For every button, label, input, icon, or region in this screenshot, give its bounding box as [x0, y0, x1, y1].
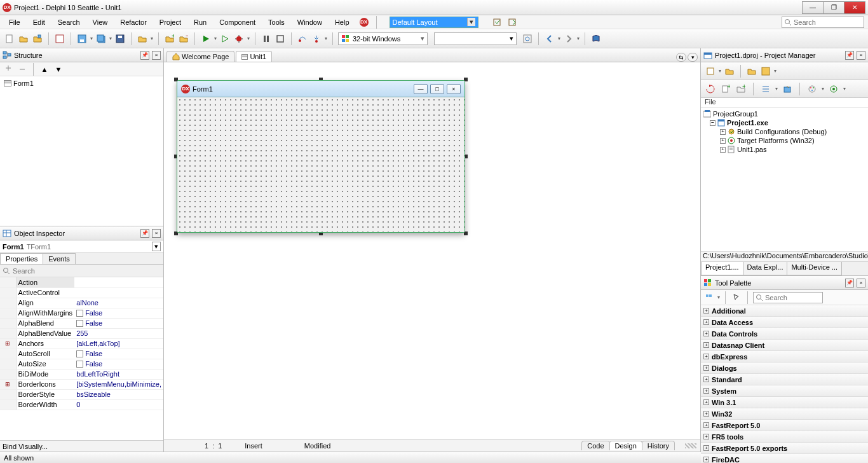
palette-category[interactable]: +Win 3.1 [701, 397, 868, 408]
tab-switch-icon[interactable]: ⇆ [676, 53, 686, 62]
close-button[interactable]: ✕ [844, 1, 865, 14]
target-combo[interactable]: ▾ [434, 32, 517, 45]
expand-icon[interactable]: + [720, 138, 726, 144]
menu-tools[interactable]: Tools [263, 17, 290, 27]
form-minimize-button[interactable]: — [414, 84, 428, 94]
palette-category[interactable]: +Datasnap Client [701, 340, 868, 351]
pm-addfolder-icon[interactable]: + [735, 83, 747, 95]
pt-projectgroup[interactable]: ProjectGroup1 [703, 109, 865, 118]
menu-project[interactable]: Project [154, 17, 186, 27]
expand-icon[interactable]: + [720, 129, 726, 135]
step-dropdown-icon[interactable]: ▾ [325, 36, 327, 41]
open-dropdown-icon[interactable]: ▾ [151, 36, 153, 41]
pm-open2-icon[interactable] [746, 66, 757, 77]
nav-back-dropdown[interactable]: ▾ [558, 36, 560, 41]
pt-unit1[interactable]: + Unit1.pas [703, 145, 865, 154]
palette-category[interactable]: +dbExpress [701, 351, 868, 363]
menu-file[interactable]: File [4, 17, 25, 27]
save-layout-icon[interactable] [491, 17, 503, 28]
open-project-icon[interactable] [32, 33, 43, 45]
pin-icon[interactable]: 📌 [845, 279, 854, 287]
prop-row[interactable]: ⊞Anchors[akLeft,akTop] [0, 338, 163, 349]
pm-viewlist-icon[interactable] [760, 83, 771, 95]
prop-row[interactable]: ⊞BorderIcons[biSystemMenu,biMinimize, [0, 379, 163, 389]
save-all-icon[interactable] [95, 33, 107, 45]
add-file-icon[interactable]: + [164, 33, 175, 45]
pm-new-icon[interactable] [705, 66, 716, 77]
tab-unit1[interactable]: Unit1 [236, 51, 272, 62]
pal-category-icon[interactable] [703, 292, 715, 303]
pin-icon[interactable]: 📌 [845, 51, 854, 60]
remove-file-icon[interactable]: − [178, 33, 189, 45]
menu-window[interactable]: Window [292, 17, 327, 27]
struct-down-icon[interactable]: ▼ [53, 64, 64, 75]
ctab-code[interactable]: Code [581, 441, 609, 450]
palette-category[interactable]: +FastReport 5.0 [701, 420, 868, 431]
collapse-icon[interactable]: − [710, 120, 715, 126]
structure-node-form1[interactable]: Form1 [3, 79, 161, 88]
tab-properties[interactable]: Properties [0, 253, 43, 264]
palette-category[interactable]: +Standard [701, 374, 868, 385]
close-panel-icon[interactable]: × [152, 229, 161, 238]
palette-search-input[interactable] [753, 292, 823, 303]
prop-row[interactable]: AlignWithMarginsFalse [0, 308, 163, 318]
struct-collapse-icon[interactable] [17, 64, 28, 75]
prop-row[interactable]: AutoSizeFalse [0, 359, 163, 369]
run-no-debug-icon[interactable] [219, 33, 231, 45]
layout-combo[interactable]: Default Layout ▾ [390, 17, 478, 28]
project-tree[interactable]: ProjectGroup1 − Project1.exe + Build Con… [701, 108, 868, 251]
palette-category[interactable]: +Win32 [701, 408, 868, 420]
btab-project[interactable]: Project1.... [701, 262, 743, 275]
palette-category[interactable]: +Additional [701, 305, 868, 317]
form-close-button[interactable]: × [447, 84, 461, 94]
debug-dropdown-icon[interactable]: ▾ [247, 36, 250, 41]
pm-build-icon[interactable] [782, 83, 793, 95]
design-surface[interactable]: DX Form1 — □ × [164, 62, 700, 439]
palette-category[interactable]: +Data Access [701, 317, 868, 328]
menu-edit[interactable]: Edit [28, 17, 50, 27]
pal-cursor-icon[interactable] [731, 292, 742, 303]
nav-back-icon[interactable] [544, 33, 555, 45]
menu-help[interactable]: Help [330, 17, 355, 27]
maximize-button[interactable]: ❐ [823, 1, 844, 14]
open-folder-icon[interactable] [137, 33, 148, 45]
form-maximize-button[interactable]: □ [430, 84, 444, 94]
prop-row[interactable]: AutoScrollFalse [0, 349, 163, 359]
tab-welcome-page[interactable]: Welcome Page [166, 51, 234, 62]
menu-search[interactable]: Search [53, 17, 85, 27]
tab-events[interactable]: Events [43, 253, 76, 264]
pm-sync-icon[interactable] [705, 83, 716, 95]
form-designer[interactable]: DX Form1 — □ × [174, 78, 468, 235]
reload-icon[interactable] [522, 33, 533, 45]
close-panel-icon[interactable]: × [857, 51, 865, 60]
chevron-down-icon[interactable]: ▾ [152, 242, 161, 251]
btab-multidevice[interactable]: Multi-Device ... [787, 262, 842, 275]
inspector-selector[interactable]: Form1 TForm1 ▾ [0, 240, 163, 253]
ctab-design[interactable]: Design [609, 441, 642, 450]
pause-icon[interactable] [261, 33, 272, 45]
struct-up-icon[interactable]: ▲ [39, 64, 50, 75]
bind-visually-link[interactable]: Bind Visually... [0, 440, 163, 452]
pin-icon[interactable]: 📌 [140, 51, 149, 60]
close-panel-icon[interactable]: × [152, 51, 161, 60]
save-icon[interactable] [76, 33, 88, 45]
prop-row[interactable]: AlphaBlendValue255 [0, 328, 163, 338]
global-search-input[interactable] [782, 17, 864, 28]
minimize-button[interactable]: — [802, 1, 824, 14]
prop-row[interactable]: Action [0, 277, 163, 287]
palette-category[interactable]: +FireDAC [701, 454, 868, 463]
save-dropdown-icon[interactable]: ▾ [90, 36, 93, 41]
nav-fwd-icon[interactable] [563, 33, 574, 45]
save-all-dropdown-icon[interactable]: ▾ [109, 36, 112, 41]
menu-component[interactable]: Component [214, 17, 261, 27]
expand-icon[interactable]: + [720, 147, 726, 153]
new-file-icon[interactable] [4, 33, 15, 45]
prop-row[interactable]: BorderWidth0 [0, 399, 163, 410]
view-unit-icon[interactable] [54, 33, 65, 45]
dx-help-icon[interactable]: DX [360, 18, 369, 27]
pm-save-icon[interactable] [760, 66, 771, 77]
palette-category[interactable]: +FastReport 5.0 exports [701, 443, 868, 454]
stop-icon[interactable] [275, 33, 286, 45]
pm-addfile-icon[interactable]: + [720, 83, 731, 95]
tab-menu-icon[interactable]: ▾ [688, 53, 698, 62]
